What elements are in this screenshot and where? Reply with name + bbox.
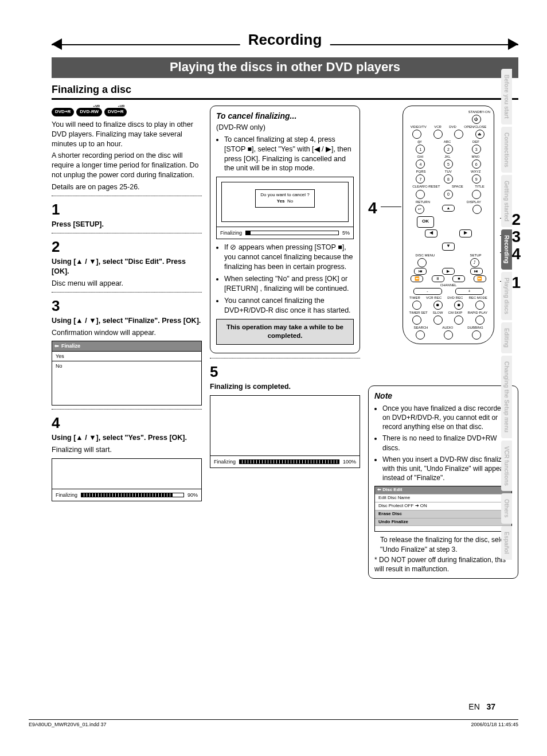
completion-callout: This operation may take a while to be co… — [216, 319, 354, 345]
step-2-sub: Disc menu will appear. — [52, 279, 202, 289]
up-button[interactable]: ▲ — [442, 205, 455, 212]
remote-standby-label: STANDBY-ON — [407, 110, 490, 114]
tab-playing[interactable]: Playing discs — [501, 272, 512, 320]
chapter-title: Recording — [240, 31, 330, 49]
num-7[interactable]: 7 — [416, 174, 425, 184]
note-2: There is no need to finalize DVD+RW disc… — [382, 434, 512, 452]
dvd-rec-button[interactable]: ⏺ — [454, 301, 463, 310]
step-5-num: 5 — [210, 362, 360, 382]
ch-minus[interactable]: - — [413, 288, 442, 295]
footer-line: E9A80UD_MWR20V6_01.indd 37 2006/01/18 11… — [29, 719, 518, 727]
tab-getting-started[interactable]: Getting started — [501, 175, 512, 227]
mini-menu-erase: Erase Disc — [375, 510, 511, 518]
step-4-title: Using [▲ / ▼], select "Yes". Press [OK]. — [52, 434, 187, 442]
column-3: STANDBY-ON ⏻ VIDEO/TVVCRDVDOPEN/CLOSE ⏏ … — [368, 106, 518, 579]
remote-control: STANDBY-ON ⏻ VIDEO/TVVCRDVDOPEN/CLOSE ⏏ … — [403, 106, 494, 344]
mini-menu-edit-name: Edit Disc Name — [375, 494, 511, 502]
search-button[interactable] — [416, 330, 425, 340]
tab-others[interactable]: Others — [501, 493, 512, 523]
num-9[interactable]: 9 — [472, 174, 481, 184]
num-2[interactable]: 2 — [444, 145, 453, 154]
rec-mode-button[interactable] — [475, 301, 485, 310]
timer-button[interactable] — [412, 301, 421, 310]
footer-left: E9A80UD_MWR20V6_01.indd 37 — [29, 722, 107, 727]
next-button[interactable]: ⏭ — [470, 268, 483, 275]
chapter-banner: Recording — [52, 34, 518, 54]
vcr-button[interactable] — [433, 130, 443, 139]
vcr-rec-button[interactable]: ⏺ — [433, 301, 443, 310]
tab-recording[interactable]: Recording — [501, 229, 512, 269]
sub-banner: Playing the discs in other DVD players — [52, 57, 518, 78]
num-1[interactable]: 1 — [416, 145, 425, 154]
intro-p1: You will need to finalize discs to play … — [52, 120, 202, 149]
mini-menu-undo: Undo Finalize — [375, 518, 511, 526]
progress-100: 100% — [343, 458, 356, 465]
column-1: DVD+R +VRDVD-RW +VRDVD+R You will need t… — [52, 106, 202, 579]
progress-label: Finalizing — [56, 492, 77, 498]
remote-diagram: STANDBY-ON ⏻ VIDEO/TVVCRDVDOPEN/CLOSE ⏏ … — [368, 106, 518, 381]
step-3-num: 3 — [52, 296, 202, 316]
ch-plus[interactable]: + — [455, 288, 484, 295]
note-box: Note Once you have finalized a disc reco… — [368, 385, 518, 579]
open-close-button[interactable]: ⏏ — [475, 130, 485, 139]
display-button[interactable] — [472, 205, 482, 214]
left-button[interactable]: ◀ — [425, 229, 437, 237]
stop-button[interactable]: ■ — [452, 275, 465, 282]
timer-set-button[interactable] — [412, 315, 421, 325]
badge-dvdr: DVD+R — [52, 108, 74, 116]
step-5-title: Finalizing is completed. — [210, 383, 291, 391]
cancel-b2: If ⊘ appears when pressing [STOP ■], you… — [224, 243, 354, 272]
disc-menu-button[interactable] — [417, 258, 427, 267]
right-button[interactable]: ▶ — [459, 229, 472, 237]
note-tail2: DO NOT power off during finalization, th… — [374, 556, 506, 573]
num-4[interactable]: 4 — [416, 159, 425, 169]
pause-button[interactable]: ⏸ — [432, 275, 444, 282]
down-button[interactable]: ▼ — [442, 243, 455, 251]
prev-button[interactable]: ⏮ — [414, 268, 427, 275]
num-6[interactable]: 6 — [472, 159, 481, 169]
cancel-dialog-screen: Do you want to cancel ? Yes No Finalizin… — [216, 177, 354, 239]
footer-right: 2006/01/18 11:45:45 — [471, 722, 518, 727]
rew-button[interactable]: ⏪ — [411, 275, 423, 282]
slow-button[interactable] — [433, 315, 443, 325]
tab-setup[interactable]: Changing the Setup menu — [501, 356, 512, 438]
dvd-button[interactable] — [454, 130, 463, 139]
num-5[interactable]: 5 — [444, 159, 453, 169]
dubbing-button[interactable] — [472, 330, 481, 340]
ff-button[interactable]: ⏩ — [474, 275, 486, 282]
cancel-b3: When selecting "No" and press [OK] or [R… — [224, 274, 354, 294]
tab-espanol[interactable]: Español — [501, 526, 512, 560]
cancel-dlg-q: Do you want to cancel ? — [260, 192, 309, 198]
step-3-title: Using [▲ / ▼], select "Finalize". Press … — [52, 317, 201, 325]
standby-button[interactable]: ⏻ — [472, 115, 481, 124]
play-button[interactable]: ▶ — [442, 268, 455, 275]
intro-p2: A shorter recording period on the disc w… — [52, 151, 202, 180]
tab-connections[interactable]: Connections — [501, 127, 512, 173]
rapid-play-button[interactable] — [475, 315, 485, 325]
clear-button[interactable] — [416, 190, 425, 199]
step-3-sub: Confirmation window will appear. — [52, 328, 202, 338]
video-tv-button[interactable] — [412, 130, 421, 139]
ok-button[interactable]: OK — [417, 216, 434, 228]
cm-skip-button[interactable] — [454, 315, 463, 325]
tab-vcr[interactable]: VCR functions — [501, 441, 512, 492]
intro-p3: Details are on pages 25-26. — [52, 182, 202, 192]
tab-editing[interactable]: Editing — [501, 322, 512, 353]
num-8[interactable]: 8 — [444, 174, 453, 184]
return-button[interactable]: ↩ — [415, 205, 424, 214]
title-button[interactable] — [472, 190, 481, 199]
audio-button[interactable] — [444, 330, 453, 340]
tab-before[interactable]: Before you start — [501, 69, 512, 124]
num-3[interactable]: 3 — [472, 145, 481, 154]
note-1: Once you have finalized a disc recorded … — [382, 404, 512, 432]
cancel-dlg-no: No — [287, 198, 293, 204]
cancel-sub: (DVD-RW only) — [216, 123, 354, 133]
finalize-confirm-screen: ⬅Finalize Yes No — [52, 341, 202, 405]
finalize-opt-yes: Yes — [52, 351, 201, 361]
leader-4: 4 — [368, 197, 377, 219]
note-tail1: To release the finalizing for the disc, … — [380, 535, 512, 554]
num-0[interactable]: 0 — [444, 190, 453, 199]
finalizing-100-screen: Finalizing 100% — [210, 395, 360, 468]
badge-dvdr2: +VRDVD+R — [104, 108, 127, 116]
setup-button[interactable]: ⤴ — [470, 258, 479, 267]
